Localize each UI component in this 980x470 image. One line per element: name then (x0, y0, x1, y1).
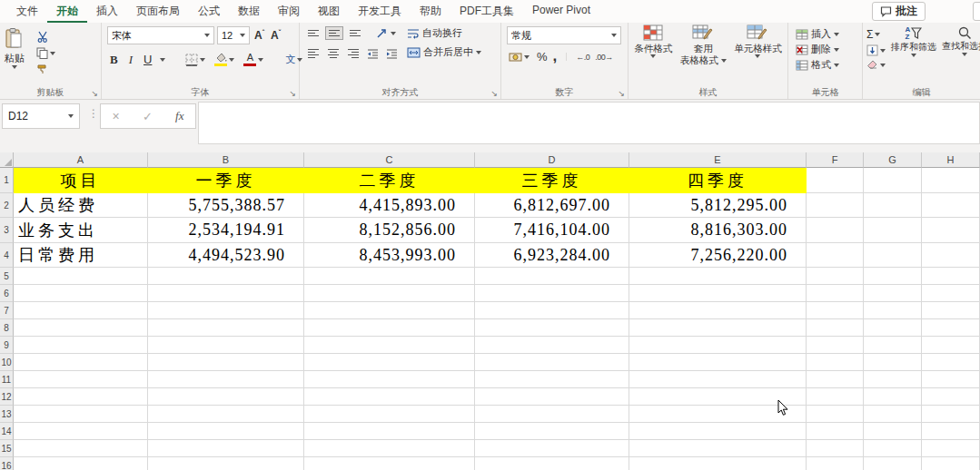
row-header-1[interactable]: 1 (0, 168, 14, 193)
cell-A12[interactable] (14, 388, 148, 406)
cell-B16[interactable] (148, 457, 304, 470)
number-dialog-launcher[interactable]: ↘ (618, 90, 625, 98)
row-header-6[interactable]: 6 (0, 285, 14, 302)
cell-C4[interactable]: 8,453,993.00 (304, 243, 475, 268)
cell-E8[interactable] (629, 319, 807, 337)
cell-E16[interactable] (629, 457, 807, 470)
cell-B3[interactable]: 2,534,194.91 (148, 218, 304, 243)
name-box[interactable]: D12 (2, 103, 80, 129)
bold-button[interactable]: B (107, 53, 121, 67)
cell-F4[interactable] (807, 243, 864, 268)
cell-G16[interactable] (864, 457, 922, 470)
increase-decimal-button[interactable]: ←.0 (576, 53, 589, 62)
cell-D9[interactable] (475, 337, 629, 354)
menu-tab-帮助[interactable]: 帮助 (411, 0, 450, 24)
autosum-button[interactable]: Σ (866, 28, 886, 41)
cell-H12[interactable] (922, 388, 980, 406)
cell-C10[interactable] (304, 354, 475, 371)
align-left-button[interactable] (305, 46, 322, 61)
cell-B1[interactable]: 一季度 (148, 168, 304, 193)
cell-H7[interactable] (922, 302, 980, 319)
accounting-format-button[interactable] (507, 51, 531, 64)
number-format-combo[interactable]: 常规 (507, 26, 621, 44)
cell-G14[interactable] (864, 423, 922, 440)
cell-C2[interactable]: 4,415,893.00 (304, 193, 475, 218)
cell-B13[interactable] (148, 406, 304, 423)
cell-F6[interactable] (807, 285, 864, 302)
cell-C15[interactable] (304, 440, 475, 457)
menu-tab-页面布局[interactable]: 页面布局 (127, 0, 189, 24)
row-header-10[interactable]: 10 (0, 354, 14, 371)
cell-H14[interactable] (922, 423, 980, 440)
cell-E11[interactable] (629, 371, 807, 388)
cell-H13[interactable] (922, 406, 980, 423)
row-header-4[interactable]: 4 (0, 243, 14, 268)
decrease-font-button[interactable]: Aˇ (269, 29, 282, 42)
cell-C16[interactable] (304, 457, 475, 470)
cell-D4[interactable]: 6,923,284.00 (475, 243, 629, 268)
menu-tab-Power Pivot[interactable]: Power Pivot (523, 0, 599, 24)
column-header-H[interactable]: H (922, 152, 980, 168)
cell-H8[interactable] (922, 319, 980, 337)
cell-F7[interactable] (807, 302, 864, 319)
cell-D5[interactable] (475, 268, 629, 285)
enter-button[interactable]: ✓ (143, 110, 153, 123)
select-all-corner[interactable] (0, 152, 14, 168)
cell-F10[interactable] (807, 354, 864, 371)
cell-E7[interactable] (629, 302, 807, 319)
column-header-G[interactable]: G (864, 152, 922, 168)
cell-G4[interactable] (864, 243, 922, 268)
cell-F9[interactable] (807, 337, 864, 354)
row-header-7[interactable]: 7 (0, 302, 14, 319)
menu-tab-视图[interactable]: 视图 (309, 0, 349, 24)
formula-input[interactable] (198, 102, 980, 144)
cell-G9[interactable] (864, 337, 922, 354)
column-header-D[interactable]: D (475, 152, 629, 168)
cell-F12[interactable] (807, 388, 864, 406)
cell-B2[interactable]: 5,755,388.57 (148, 193, 304, 218)
cell-E3[interactable]: 8,816,303.00 (629, 218, 807, 243)
cell-G11[interactable] (864, 371, 922, 388)
cell-C5[interactable] (304, 268, 475, 285)
cell-F2[interactable] (807, 193, 864, 218)
cell-F8[interactable] (807, 319, 864, 337)
clipboard-dialog-launcher[interactable]: ↘ (91, 90, 98, 98)
cell-G13[interactable] (864, 406, 922, 423)
cell-G1[interactable] (864, 168, 922, 193)
cell-G5[interactable] (864, 268, 922, 285)
cell-E14[interactable] (629, 423, 807, 440)
row-header-14[interactable]: 14 (0, 423, 14, 440)
cell-C9[interactable] (304, 337, 475, 354)
cut-button[interactable] (35, 30, 57, 44)
middle-align-button[interactable] (325, 26, 343, 40)
format-painter-button[interactable] (35, 63, 57, 76)
menu-tab-开发工具[interactable]: 开发工具 (349, 0, 411, 24)
menu-tab-PDF工具集[interactable]: PDF工具集 (450, 0, 523, 24)
cell-D14[interactable] (475, 423, 629, 440)
decrease-decimal-button[interactable]: .00→ (595, 53, 613, 62)
cell-C3[interactable]: 8,152,856.00 (304, 218, 475, 243)
merge-center-button[interactable]: 合并后居中 (407, 45, 481, 59)
row-header-3[interactable]: 3 (0, 218, 14, 243)
cell-H2[interactable] (922, 193, 980, 218)
row-header-12[interactable]: 12 (0, 388, 14, 406)
cell-E15[interactable] (629, 440, 807, 457)
clear-button[interactable] (866, 60, 886, 70)
cell-C7[interactable] (304, 302, 475, 319)
column-header-B[interactable]: B (148, 152, 304, 168)
cell-C13[interactable] (304, 406, 475, 423)
font-name-combo[interactable]: 宋体 (107, 26, 214, 44)
row-header-16[interactable]: 16 (0, 457, 14, 470)
cell-A3[interactable]: 业务支出 (14, 218, 148, 243)
delete-cells-button[interactable]: 删除 (796, 43, 858, 56)
cell-D13[interactable] (475, 406, 629, 423)
cell-A7[interactable] (14, 302, 148, 319)
cell-A2[interactable]: 人员经费 (14, 193, 148, 218)
cell-B5[interactable] (148, 268, 304, 285)
top-align-button[interactable] (305, 27, 322, 39)
italic-button[interactable]: I (126, 53, 135, 67)
cell-B7[interactable] (148, 302, 304, 319)
cell-H1[interactable] (922, 168, 980, 193)
cell-A13[interactable] (14, 406, 148, 423)
cell-D10[interactable] (475, 354, 629, 371)
